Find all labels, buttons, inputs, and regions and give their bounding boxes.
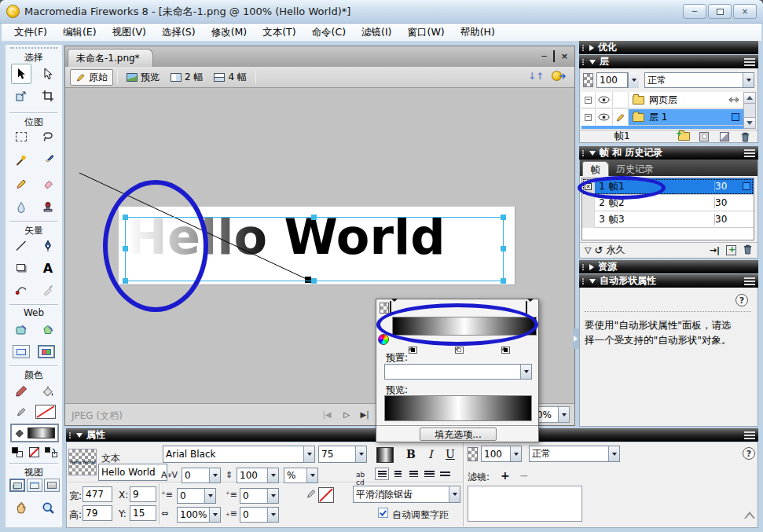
preview-view-button[interactable]: 预览 (122, 69, 164, 86)
onion-skinning-icon[interactable]: ▽ (585, 245, 591, 255)
four-up-view-button[interactable]: 4 幅 (209, 69, 251, 86)
loop-icon[interactable]: ↺ (594, 244, 603, 256)
fullscreen-menus-button[interactable] (27, 479, 42, 492)
width-field[interactable]: 477 (83, 486, 112, 502)
rubber-stamp-tool[interactable] (38, 197, 58, 218)
sort-arrows-icon[interactable]: ↓↑ (528, 71, 544, 83)
brush-tool[interactable] (38, 150, 58, 171)
marquee-tool[interactable] (11, 127, 31, 147)
stretch-align-button[interactable] (438, 468, 452, 480)
stroke-color-pencil[interactable] (11, 403, 31, 420)
eyedropper-tool[interactable] (11, 381, 31, 402)
fill-color-swatch[interactable] (28, 427, 55, 438)
panel-gripper[interactable] (582, 45, 585, 51)
layers-scrollbar[interactable] (743, 92, 756, 129)
toolbox-gripper[interactable] (10, 47, 57, 50)
doc-minimize-button[interactable]: ─ (541, 51, 547, 61)
last-frame-button[interactable]: ▶| (357, 407, 372, 422)
color-wheel-icon[interactable] (378, 334, 389, 345)
new-layer-button[interactable]: + (676, 130, 691, 143)
subselect-tool[interactable] (38, 64, 58, 84)
play-button[interactable]: ▷ (339, 407, 354, 422)
first-frame-button[interactable]: |◀ (319, 407, 335, 422)
restore-button[interactable] (708, 4, 732, 19)
visibility-eye-icon[interactable] (598, 96, 610, 104)
panel-gripper[interactable] (582, 278, 585, 284)
font-size-select[interactable]: 75 (318, 446, 367, 463)
add-mask-button[interactable] (696, 130, 712, 143)
opacity-dropdown-arrow[interactable] (628, 72, 639, 88)
tab-history[interactable]: 历史记录 (616, 163, 654, 176)
menu-edit[interactable]: 编辑(E) (55, 24, 105, 42)
layers-panel-header[interactable]: 层 (579, 55, 758, 68)
y-field[interactable]: 15 (130, 505, 156, 521)
autokern-checkbox[interactable] (378, 508, 388, 518)
space-after-select[interactable]: 0 (240, 507, 279, 523)
delete-layer-button[interactable] (737, 130, 753, 143)
selection-handle[interactable] (311, 278, 317, 284)
autoshape-panel-header[interactable]: 自动形状属性 (579, 274, 758, 288)
panel-gripper[interactable] (582, 150, 585, 156)
freeform-tool[interactable] (11, 280, 31, 300)
text-fill-color-swatch[interactable] (376, 447, 394, 463)
scale-tool[interactable] (11, 86, 31, 106)
frame-row-3[interactable]: 3 帧3 30 (582, 211, 754, 228)
selection-handle[interactable] (501, 215, 506, 220)
menu-text[interactable]: 文本(T) (255, 24, 303, 42)
panel-options-icon[interactable] (744, 277, 755, 285)
loop-forever-label[interactable]: 永久 (606, 244, 625, 257)
standard-screen-button[interactable] (9, 479, 25, 492)
help-icon[interactable]: ? (743, 447, 755, 460)
close-button[interactable]: × (733, 4, 757, 19)
menu-commands[interactable]: 命令(C) (304, 24, 354, 42)
frame-name[interactable]: 帧3 (609, 213, 714, 226)
scroll-down-button[interactable] (744, 117, 755, 128)
rect-hotspot-tool[interactable] (11, 320, 31, 340)
add-filter-button[interactable]: + (501, 469, 510, 482)
panel-collapse-tab[interactable] (573, 328, 579, 349)
font-family-select[interactable]: Arial Black (163, 446, 315, 463)
selection-handle[interactable] (311, 215, 317, 220)
eraser-tool[interactable] (38, 174, 58, 194)
height-field[interactable]: 79 (83, 505, 112, 521)
active-frame-square-icon[interactable] (732, 113, 739, 121)
object-opacity-select[interactable]: 100 (481, 446, 522, 462)
knife-tool[interactable] (38, 280, 58, 300)
layer-opacity-field[interactable]: 100 (596, 72, 628, 88)
magic-wand-tool[interactable] (11, 150, 31, 171)
frame-select-square-icon[interactable] (743, 182, 750, 190)
panel-options-icon[interactable] (744, 431, 755, 439)
align-left-button[interactable] (375, 468, 389, 480)
menu-window[interactable]: 窗口(W) (400, 24, 453, 42)
opacity-stop-right[interactable] (526, 302, 534, 313)
align-center-button[interactable] (391, 468, 405, 480)
assets-panel-header[interactable]: 资源 (579, 260, 758, 273)
pen-tool[interactable] (38, 236, 58, 256)
justify-button[interactable] (422, 468, 436, 480)
object-blend-mode-select[interactable]: 正常 (529, 446, 620, 462)
frame-delay[interactable]: 30 (714, 197, 743, 208)
stroke-color-swatch[interactable] (35, 405, 56, 419)
preset-select[interactable] (384, 364, 532, 380)
visibility-eye-icon[interactable] (598, 113, 610, 121)
quick-export-button[interactable] (552, 71, 562, 83)
pencil-tool[interactable] (11, 174, 31, 194)
italic-button[interactable]: I (428, 448, 433, 460)
layer-blend-mode-select[interactable]: 正常 (644, 72, 754, 88)
leading-unit-select[interactable]: % (284, 468, 318, 483)
hide-slices-button[interactable] (13, 345, 30, 358)
antialias-select[interactable]: 平滑消除锯齿 (353, 486, 460, 503)
layer-row-layer1[interactable]: − 层 1 (581, 109, 743, 126)
fill-options-button[interactable]: 填充选项... (420, 427, 497, 441)
swap-colors-button[interactable] (45, 447, 57, 457)
text-tool[interactable]: A (38, 258, 58, 278)
hscale-select[interactable]: 100% (177, 507, 221, 523)
doc-close-button[interactable]: × (561, 51, 568, 61)
doc-restore-button[interactable] (553, 51, 555, 61)
expand-layer-icon[interactable]: − (585, 114, 592, 121)
space-before-select[interactable]: 0 (240, 488, 279, 504)
panel-options-icon[interactable] (744, 149, 755, 157)
selection-handle[interactable] (501, 246, 506, 251)
frame-delay[interactable]: 30 (714, 181, 743, 192)
new-sublayer-button[interactable] (717, 130, 732, 143)
